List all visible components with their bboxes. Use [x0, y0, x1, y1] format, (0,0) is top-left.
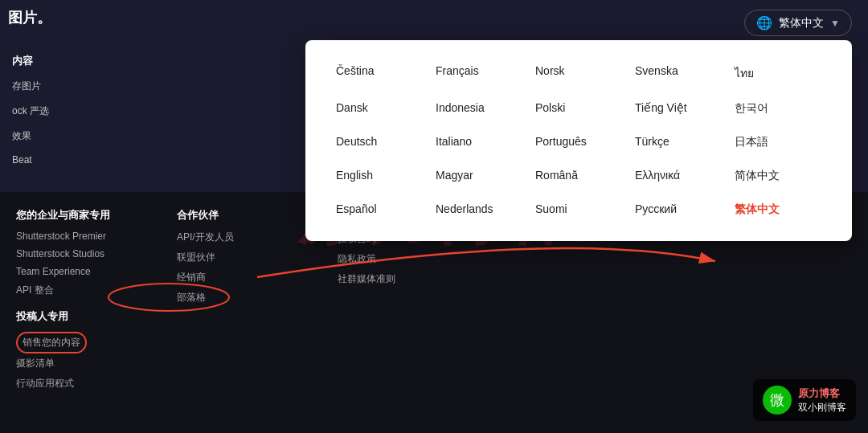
footer-link-privacy[interactable]: 隐私政策	[338, 252, 434, 266]
badge-line2: 双小刚博客	[798, 401, 846, 415]
sidebar-item-content-title: 内容	[8, 48, 113, 74]
sidebar-item-beat[interactable]: Beat	[8, 149, 113, 171]
footer-partner-title: 合作伙伴	[177, 208, 273, 223]
footer-link-blog[interactable]: 部落格	[177, 291, 273, 304]
lang-item-português[interactable]: Português	[529, 127, 628, 157]
lang-item-italiano[interactable]: Italiano	[429, 127, 529, 157]
current-language-label: 繁体中文	[779, 16, 824, 31]
lang-item-ไทย[interactable]: ไทย	[728, 56, 828, 90]
watermark-badge: 微 原力博客 双小刚博客	[753, 379, 856, 421]
top-bar: 🌐 繁体中文 ▼	[0, 0, 868, 46]
lang-item-tiếng-việt[interactable]: Tiếng Việt	[628, 93, 728, 124]
lang-item-ελληνικά[interactable]: Ελληνικά	[628, 161, 728, 191]
lang-item-简体中文[interactable]: 简体中文	[728, 161, 828, 191]
footer-link-team[interactable]: Team Experience	[16, 266, 113, 277]
wechat-icon: 微	[763, 386, 792, 415]
globe-icon: 🌐	[756, 15, 772, 31]
footer-contributor-title: 投稿人专用	[16, 309, 113, 324]
sidebar-item-save-image[interactable]: 存图片	[8, 74, 113, 99]
lang-item-한국어[interactable]: 한국어	[728, 93, 828, 124]
lang-item-english[interactable]: English	[330, 161, 429, 191]
page-title: 图片。	[8, 8, 51, 27]
language-grid: ČeštinaFrançaisNorskSvenskaไทยDanskIndon…	[330, 56, 828, 225]
lang-item-suomi[interactable]: Suomi	[529, 194, 628, 225]
footer-link-sell-content[interactable]: 销售您的内容	[16, 332, 87, 353]
sidebar-item-strict-select[interactable]: ock 严选	[8, 99, 113, 124]
footer-enterprise-title: 您的企业与商家专用	[16, 208, 113, 223]
language-selector-button[interactable]: 🌐 繁体中文 ▼	[744, 10, 852, 36]
footer-link-photo-list[interactable]: 摄影清单	[16, 357, 113, 370]
lang-item-română[interactable]: Română	[529, 161, 628, 191]
lang-item-français[interactable]: Français	[429, 56, 529, 90]
lang-item-dansk[interactable]: Dansk	[330, 93, 429, 124]
chevron-down-icon: ▼	[830, 18, 840, 29]
lang-item-svenska[interactable]: Svenska	[628, 56, 728, 90]
footer-col-enterprise: 您的企业与商家专用 Shutterstock Premier Shutterst…	[16, 208, 113, 417]
lang-item-日本語[interactable]: 日本語	[728, 127, 828, 157]
lang-item-español[interactable]: Español	[330, 194, 429, 225]
lang-item-deutsch[interactable]: Deutsch	[330, 127, 429, 157]
footer-link-social-guidelines[interactable]: 社群媒体准则	[338, 272, 434, 286]
lang-item-čeština[interactable]: Čeština	[330, 56, 429, 90]
footer-link-premier[interactable]: Shutterstock Premier	[16, 231, 113, 242]
lang-item-norsk[interactable]: Norsk	[529, 56, 628, 90]
lang-item-indonesia[interactable]: Indonesia	[429, 93, 529, 124]
footer-link-mobile-app[interactable]: 行动应用程式	[16, 377, 113, 390]
footer-link-studios[interactable]: Shutterstock Studios	[16, 248, 113, 259]
footer-link-reseller[interactable]: 经销商	[177, 271, 273, 284]
sidebar-item-effects[interactable]: 效果	[8, 124, 113, 149]
badge-line1: 原力博客	[798, 386, 846, 401]
footer-col-partners: 合作伙伴 API/开发人员 联盟伙伴 经销商 部落格	[177, 208, 273, 417]
lang-item-nederlands[interactable]: Nederlands	[429, 194, 529, 225]
lang-item-polski[interactable]: Polski	[529, 93, 628, 124]
footer-link-api-dev[interactable]: API/开发人员	[177, 231, 273, 244]
footer-link-affiliate[interactable]: 联盟伙伴	[177, 251, 273, 264]
footer-link-api-integration[interactable]: API 整合	[16, 284, 113, 297]
badge-text: 原力博客 双小刚博客	[798, 386, 846, 415]
lang-item-türkçe[interactable]: Türkçe	[628, 127, 728, 157]
lang-item-русский[interactable]: Русский	[628, 194, 728, 225]
language-dropdown: ČeštinaFrançaisNorskSvenskaไทยDanskIndon…	[305, 40, 852, 241]
lang-item-繁体中文[interactable]: 繁体中文	[728, 194, 828, 225]
lang-item-magyar[interactable]: Magyar	[429, 161, 529, 191]
